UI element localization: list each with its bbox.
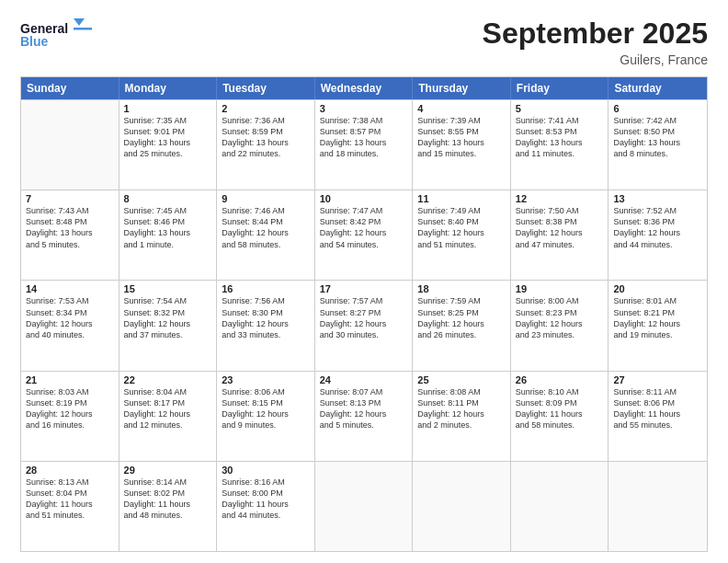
day-number: 26: [516, 374, 604, 385]
day-number: 13: [613, 193, 702, 204]
day-number: 22: [124, 374, 212, 385]
calendar-cell: 10Sunrise: 7:47 AM Sunset: 8:42 PM Dayli…: [315, 190, 414, 280]
calendar-row: 14Sunrise: 7:53 AM Sunset: 8:34 PM Dayli…: [21, 280, 707, 370]
cell-info: Sunrise: 8:00 AM Sunset: 8:23 PM Dayligh…: [516, 295, 604, 340]
calendar-row: 28Sunrise: 8:13 AM Sunset: 8:04 PM Dayli…: [21, 461, 707, 551]
day-number: 9: [222, 193, 310, 204]
cell-info: Sunrise: 8:03 AM Sunset: 8:19 PM Dayligh…: [26, 386, 114, 431]
calendar-cell: 21Sunrise: 8:03 AM Sunset: 8:19 PM Dayli…: [21, 372, 119, 461]
day-number: 14: [26, 283, 114, 294]
day-number: 19: [516, 283, 604, 294]
calendar-cell: 18Sunrise: 7:59 AM Sunset: 8:25 PM Dayli…: [413, 281, 511, 370]
calendar-cell: 29Sunrise: 8:14 AM Sunset: 8:02 PM Dayli…: [119, 462, 218, 551]
calendar-row: 1Sunrise: 7:35 AM Sunset: 9:01 PM Daylig…: [21, 99, 707, 190]
calendar-cell: 4Sunrise: 7:39 AM Sunset: 8:55 PM Daylig…: [413, 100, 511, 190]
cell-info: Sunrise: 7:59 AM Sunset: 8:25 PM Dayligh…: [417, 295, 506, 340]
cell-info: Sunrise: 8:11 AM Sunset: 8:06 PM Dayligh…: [613, 386, 702, 431]
cell-info: Sunrise: 7:46 AM Sunset: 8:44 PM Dayligh…: [222, 205, 310, 250]
calendar-cell: [511, 462, 609, 551]
calendar-cell: 12Sunrise: 7:50 AM Sunset: 8:38 PM Dayli…: [511, 190, 609, 280]
cell-info: Sunrise: 8:13 AM Sunset: 8:04 PM Dayligh…: [26, 477, 114, 522]
calendar-cell: [413, 462, 511, 551]
weekday-header: Monday: [119, 77, 218, 99]
day-number: 28: [26, 465, 114, 476]
weekday-header: Sunday: [21, 77, 119, 99]
weekday-header: Tuesday: [217, 77, 315, 99]
weekday-header: Friday: [511, 77, 609, 99]
day-number: 21: [26, 374, 114, 385]
title-area: September 2025 Guilers, France: [483, 17, 708, 67]
cell-info: Sunrise: 8:06 AM Sunset: 8:15 PM Dayligh…: [222, 386, 310, 431]
cell-info: Sunrise: 7:54 AM Sunset: 8:32 PM Dayligh…: [124, 295, 212, 340]
page: General Blue September 2025 Guilers, Fra…: [0, 0, 728, 563]
calendar-cell: 15Sunrise: 7:54 AM Sunset: 8:32 PM Dayli…: [119, 281, 218, 370]
calendar-cell: 16Sunrise: 7:56 AM Sunset: 8:30 PM Dayli…: [217, 281, 315, 370]
day-number: 16: [222, 283, 310, 294]
cell-info: Sunrise: 7:38 AM Sunset: 8:57 PM Dayligh…: [320, 115, 408, 160]
calendar-row: 7Sunrise: 7:43 AM Sunset: 8:48 PM Daylig…: [21, 190, 707, 280]
calendar-cell: 11Sunrise: 7:49 AM Sunset: 8:40 PM Dayli…: [413, 190, 511, 280]
day-number: 15: [124, 283, 212, 294]
calendar-cell: 14Sunrise: 7:53 AM Sunset: 8:34 PM Dayli…: [21, 281, 119, 370]
calendar-cell: 5Sunrise: 7:41 AM Sunset: 8:53 PM Daylig…: [511, 100, 609, 190]
svg-rect-2: [74, 28, 92, 30]
weekday-header: Wednesday: [315, 77, 414, 99]
calendar-cell: 22Sunrise: 8:04 AM Sunset: 8:17 PM Dayli…: [119, 372, 218, 461]
calendar-cell: 1Sunrise: 7:35 AM Sunset: 9:01 PM Daylig…: [119, 100, 218, 190]
logo-svg: General Blue: [20, 17, 94, 55]
day-number: 20: [613, 283, 702, 294]
calendar-cell: 23Sunrise: 8:06 AM Sunset: 8:15 PM Dayli…: [217, 372, 315, 461]
header: General Blue September 2025 Guilers, Fra…: [20, 17, 708, 67]
cell-info: Sunrise: 7:57 AM Sunset: 8:27 PM Dayligh…: [320, 295, 408, 340]
cell-info: Sunrise: 7:56 AM Sunset: 8:30 PM Dayligh…: [222, 295, 310, 340]
weekday-header: Thursday: [413, 77, 511, 99]
cell-info: Sunrise: 8:08 AM Sunset: 8:11 PM Dayligh…: [417, 386, 506, 431]
calendar-cell: 9Sunrise: 7:46 AM Sunset: 8:44 PM Daylig…: [217, 190, 315, 280]
calendar-body: 1Sunrise: 7:35 AM Sunset: 9:01 PM Daylig…: [21, 99, 707, 551]
cell-info: Sunrise: 7:50 AM Sunset: 8:38 PM Dayligh…: [516, 205, 604, 250]
calendar-cell: 20Sunrise: 8:01 AM Sunset: 8:21 PM Dayli…: [609, 281, 707, 370]
day-number: 8: [124, 193, 212, 204]
calendar-cell: 26Sunrise: 8:10 AM Sunset: 8:09 PM Dayli…: [511, 372, 609, 461]
cell-info: Sunrise: 8:14 AM Sunset: 8:02 PM Dayligh…: [124, 477, 212, 522]
calendar-cell: 24Sunrise: 8:07 AM Sunset: 8:13 PM Dayli…: [315, 372, 414, 461]
day-number: 17: [320, 283, 408, 294]
day-number: 24: [320, 374, 408, 385]
calendar-cell: 25Sunrise: 8:08 AM Sunset: 8:11 PM Dayli…: [413, 372, 511, 461]
cell-info: Sunrise: 7:52 AM Sunset: 8:36 PM Dayligh…: [613, 205, 702, 250]
cell-info: Sunrise: 7:53 AM Sunset: 8:34 PM Dayligh…: [26, 295, 114, 340]
cell-info: Sunrise: 7:41 AM Sunset: 8:53 PM Dayligh…: [516, 115, 604, 160]
logo: General Blue: [20, 17, 94, 55]
weekday-header: Saturday: [609, 77, 707, 99]
calendar-cell: 6Sunrise: 7:42 AM Sunset: 8:50 PM Daylig…: [609, 100, 707, 190]
calendar-header: SundayMondayTuesdayWednesdayThursdayFrid…: [21, 77, 707, 99]
calendar-cell: 30Sunrise: 8:16 AM Sunset: 8:00 PM Dayli…: [217, 462, 315, 551]
calendar-cell: 8Sunrise: 7:45 AM Sunset: 8:46 PM Daylig…: [119, 190, 218, 280]
cell-info: Sunrise: 7:35 AM Sunset: 9:01 PM Dayligh…: [124, 115, 212, 160]
day-number: 3: [320, 103, 408, 114]
svg-marker-1: [74, 18, 85, 26]
day-number: 27: [613, 374, 702, 385]
day-number: 10: [320, 193, 408, 204]
day-number: 6: [613, 103, 702, 114]
cell-info: Sunrise: 8:01 AM Sunset: 8:21 PM Dayligh…: [613, 295, 702, 340]
calendar-cell: [21, 100, 119, 190]
cell-info: Sunrise: 7:45 AM Sunset: 8:46 PM Dayligh…: [124, 205, 212, 250]
location: Guilers, France: [483, 52, 708, 67]
calendar-cell: 13Sunrise: 7:52 AM Sunset: 8:36 PM Dayli…: [609, 190, 707, 280]
month-title: September 2025: [483, 17, 708, 51]
cell-info: Sunrise: 7:42 AM Sunset: 8:50 PM Dayligh…: [613, 115, 702, 160]
day-number: 18: [417, 283, 506, 294]
cell-info: Sunrise: 7:36 AM Sunset: 8:59 PM Dayligh…: [222, 115, 310, 160]
calendar-cell: 17Sunrise: 7:57 AM Sunset: 8:27 PM Dayli…: [315, 281, 414, 370]
svg-text:Blue: Blue: [20, 34, 49, 49]
day-number: 7: [26, 193, 114, 204]
calendar-row: 21Sunrise: 8:03 AM Sunset: 8:19 PM Dayli…: [21, 371, 707, 461]
calendar-cell: 3Sunrise: 7:38 AM Sunset: 8:57 PM Daylig…: [315, 100, 414, 190]
cell-info: Sunrise: 8:16 AM Sunset: 8:00 PM Dayligh…: [222, 477, 310, 522]
cell-info: Sunrise: 7:47 AM Sunset: 8:42 PM Dayligh…: [320, 205, 408, 250]
day-number: 1: [124, 103, 212, 114]
calendar-cell: [609, 462, 707, 551]
day-number: 12: [516, 193, 604, 204]
cell-info: Sunrise: 8:07 AM Sunset: 8:13 PM Dayligh…: [320, 386, 408, 431]
